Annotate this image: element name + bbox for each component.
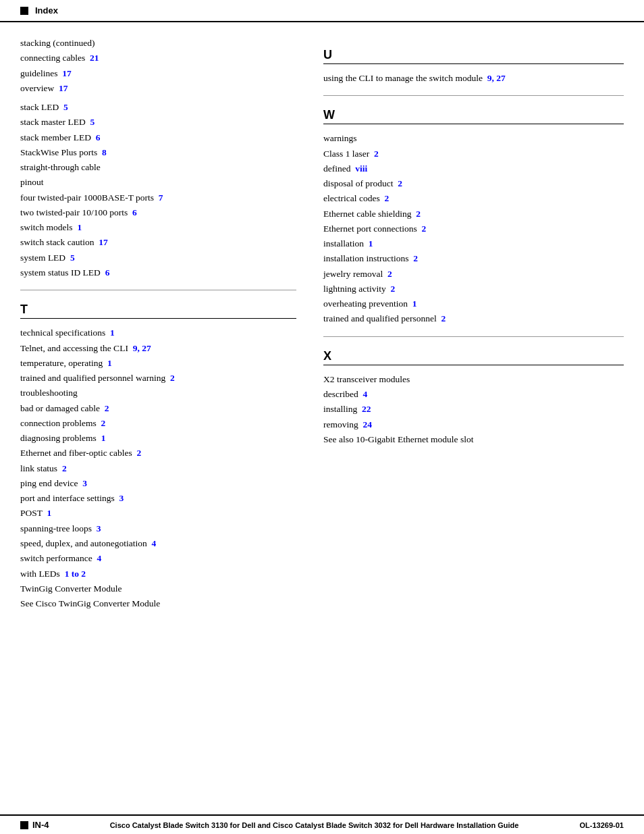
ethernet-fiber-entry: Ethernet and fiber-optic cables 2 — [20, 446, 296, 461]
port-interface-settings-link[interactable]: 3 — [119, 493, 124, 503]
overheating-prevention-link[interactable]: 1 — [412, 298, 417, 309]
stack-master-led-link[interactable]: 5 — [90, 117, 95, 127]
jewelry-removal-entry: jewelry removal 2 — [323, 267, 624, 282]
removing-link[interactable]: 24 — [363, 419, 373, 429]
spanning-tree-loops-link[interactable]: 3 — [97, 523, 101, 533]
switch-models-link[interactable]: 1 — [77, 222, 82, 232]
twingig-entry: TwinGig Converter Module — [20, 581, 296, 596]
electrical-codes-entry: electrical codes 2 — [323, 191, 624, 206]
technical-specifications-link[interactable]: 1 — [110, 328, 115, 338]
temperature-link[interactable]: 1 — [107, 358, 112, 368]
post-link[interactable]: 1 — [47, 508, 52, 518]
described-link[interactable]: 4 — [363, 389, 368, 399]
footer-center-text: Cisco Catalyst Blade Switch 3130 for Del… — [63, 821, 566, 829]
section-u-header: U — [323, 48, 624, 64]
telnet-link[interactable]: 9, 27 — [133, 343, 151, 353]
four-twisted-pair-entry: four twisted-pair 1000BASE-T ports 7 — [20, 190, 296, 205]
ethernet-port-connections-entry: Ethernet port connections 2 — [323, 221, 624, 236]
straight-through-cable-entry: straight-through cable — [20, 160, 296, 175]
overview-link[interactable]: 17 — [59, 83, 68, 93]
guidelines-link[interactable]: 17 — [62, 68, 72, 78]
ping-end-device-entry: ping end device 3 — [20, 476, 296, 491]
stackwise-plus-ports-link[interactable]: 8 — [102, 147, 107, 157]
system-status-id-led-link[interactable]: 6 — [105, 267, 110, 278]
electrical-codes-link[interactable]: 2 — [384, 193, 389, 203]
bottom-bar: IN-4 Cisco Catalyst Blade Switch 3130 fo… — [0, 814, 644, 834]
link-status-link[interactable]: 2 — [62, 463, 67, 473]
system-status-id-led-entry: system status ID LED 6 — [20, 265, 296, 280]
defined-link[interactable]: viii — [355, 163, 367, 174]
lightning-activity-entry: lightning activity 2 — [323, 282, 624, 296]
top-bar-square — [20, 7, 28, 15]
connecting-cables-link[interactable]: 21 — [90, 53, 99, 63]
disposal-product-link[interactable]: 2 — [398, 178, 402, 188]
installation-instructions-link[interactable]: 2 — [413, 253, 418, 263]
link-status-entry: link status 2 — [20, 461, 296, 476]
two-twisted-pair-link[interactable]: 6 — [132, 207, 137, 217]
connection-problems-link[interactable]: 2 — [101, 418, 106, 428]
pinout-entry: pinout — [20, 175, 296, 190]
t-divider — [20, 290, 296, 290]
ping-end-device-link[interactable]: 3 — [82, 478, 87, 488]
ethernet-cable-shielding-link[interactable]: 2 — [416, 209, 421, 219]
stack-led-entry: stack LED 5 — [20, 100, 296, 115]
trained-qualified-warning-entry: trained and qualified personnel warning … — [20, 371, 296, 386]
diagnosing-problems-link[interactable]: 1 — [101, 433, 106, 443]
twingig-see-also-entry: See Cisco TwinGig Converter Module — [20, 596, 296, 611]
footer-right-text: OL-13269-01 — [580, 821, 624, 829]
bottom-left: IN-4 — [20, 820, 49, 830]
jewelry-removal-link[interactable]: 2 — [387, 269, 392, 279]
ethernet-fiber-link[interactable]: 2 — [137, 448, 142, 458]
ethernet-port-connections-link[interactable]: 2 — [422, 224, 427, 234]
left-column: stacking (continued) connecting cables 2… — [20, 36, 310, 611]
top-bar-title: Index — [35, 5, 58, 16]
bad-damaged-cable-link[interactable]: 2 — [105, 403, 109, 413]
see-also-entry: See also 10-Gigabit Ethernet module slot — [323, 432, 624, 447]
w-divider — [323, 95, 624, 96]
overheating-prevention-entry: overheating prevention 1 — [323, 296, 624, 311]
speed-duplex-entry: speed, duplex, and autonegotiation 4 — [20, 536, 296, 551]
content-area: stacking (continued) connecting cables 2… — [0, 22, 644, 665]
guidelines-entry: guidelines 17 — [20, 66, 296, 81]
port-interface-settings-entry: port and interface settings 3 — [20, 491, 296, 506]
installation-link[interactable]: 1 — [369, 238, 373, 249]
connection-problems-entry: connection problems 2 — [20, 416, 296, 431]
trained-qualified-warning-link[interactable]: 2 — [170, 373, 175, 383]
switch-performance-entry: switch performance 4 — [20, 551, 296, 566]
switch-models-entry: switch models 1 — [20, 220, 296, 235]
installing-entry: installing 22 — [323, 402, 624, 417]
stackwise-plus-ports-entry: StackWise Plus ports 8 — [20, 145, 296, 160]
using-cli-link[interactable]: 9, 27 — [487, 73, 506, 83]
switch-performance-link[interactable]: 4 — [97, 553, 102, 563]
x-divider — [323, 336, 624, 337]
stack-led-link[interactable]: 5 — [63, 102, 68, 112]
section-t-header: T — [20, 303, 296, 319]
class1-laser-link[interactable]: 2 — [374, 149, 379, 159]
trained-qualified-personnel-link[interactable]: 2 — [441, 313, 446, 323]
with-leds-entry: with LEDs 1 to 2 — [20, 567, 296, 581]
system-led-link[interactable]: 5 — [70, 253, 75, 263]
post-entry: POST 1 — [20, 506, 296, 521]
switch-stack-caution-link[interactable]: 17 — [99, 237, 108, 247]
right-column: U using the CLI to manage the switch mod… — [310, 36, 624, 611]
with-leds-link[interactable]: 1 to 2 — [65, 569, 86, 579]
connecting-cables-entry: connecting cables 21 — [20, 51, 296, 66]
page: Index stacking (continued) connecting ca… — [0, 0, 644, 834]
lightning-activity-link[interactable]: 2 — [390, 284, 395, 294]
x2-transceiver-label: X2 transceiver modules — [323, 372, 624, 387]
four-twisted-pair-link[interactable]: 7 — [159, 192, 163, 203]
installation-instructions-entry: installation instructions 2 — [323, 251, 624, 266]
stacking-section: stacking (continued) connecting cables 2… — [20, 36, 296, 96]
overview-entry: overview 17 — [20, 81, 296, 96]
installing-link[interactable]: 22 — [362, 404, 371, 414]
stack-member-led-link[interactable]: 6 — [96, 132, 101, 142]
trained-qualified-personnel-entry: trained and qualified personnel 2 — [323, 311, 624, 326]
speed-duplex-link[interactable]: 4 — [152, 538, 157, 548]
section-w-header: W — [323, 108, 624, 124]
troubleshooting-entry: troubleshooting — [20, 386, 296, 400]
removing-entry: removing 24 — [323, 417, 624, 432]
stacking-continued-label: stacking (continued) — [20, 36, 296, 51]
two-twisted-pair-entry: two twisted-pair 10/100 ports 6 — [20, 205, 296, 220]
telnet-entry: Telnet, and accessing the CLI 9, 27 — [20, 341, 296, 356]
top-bar: Index — [0, 0, 644, 22]
